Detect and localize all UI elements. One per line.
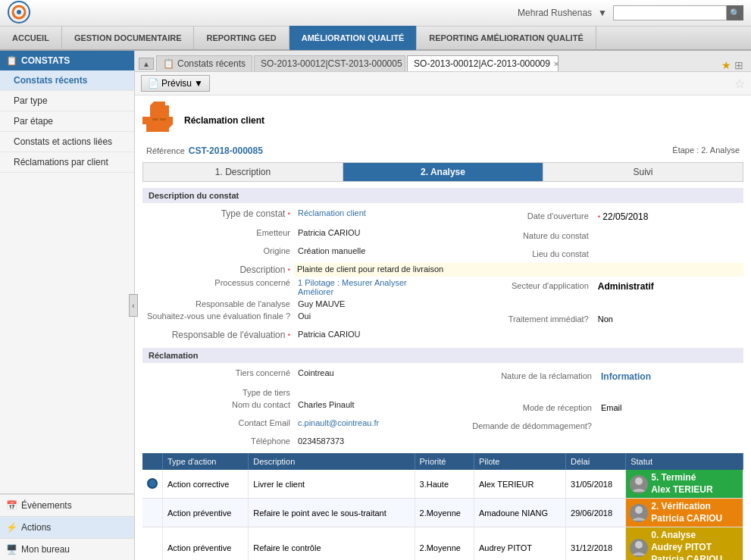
- etape-label: Étape : 2. Analyse: [672, 145, 740, 156]
- sidebar-bottom-actions[interactable]: ⚡ Actions: [0, 516, 134, 538]
- action-pilote: Audrey PITOT: [474, 527, 565, 560]
- table-row[interactable]: Action préventiveRefaire le point avec l…: [142, 499, 743, 527]
- nav-item-accueil[interactable]: ACCUEIL: [0, 26, 62, 50]
- tab-so-cst[interactable]: SO-2013-00012|CST-2013-000005 ✕: [254, 55, 405, 71]
- evenements-icon: 📅: [6, 500, 17, 511]
- main-layout: 📋 CONSTATS Constats récents Par type Par…: [0, 51, 751, 560]
- sidebar-bottom: 📅 Évènements ⚡ Actions 🖥️ Mon bureau: [0, 493, 134, 560]
- content-area: ▲ 📋 Constats récents SO-2013-00012|CST-2…: [135, 51, 751, 560]
- favorite-star-icon[interactable]: ★: [721, 59, 731, 71]
- sidebar-bottom-mon-bureau[interactable]: 🖥️ Mon bureau: [0, 538, 134, 560]
- action-type: Action préventive: [163, 527, 249, 560]
- type-tiers-label: Type de tiers: [142, 386, 294, 399]
- svg-point-7: [635, 541, 643, 549]
- mon-bureau-icon: 🖥️: [6, 544, 17, 555]
- form-row-emetteur: Emetteur Patricia CARIOU Nature du const…: [142, 227, 743, 245]
- action-type: Action corrective: [163, 470, 249, 499]
- row-indicator-icon: [147, 478, 158, 489]
- type-constat-label: Type de constat *: [142, 207, 294, 227]
- sidebar-collapse-arrow[interactable]: ‹: [129, 294, 138, 317]
- processus-value: 1 Pilotage : Mesurer Analyser Améliorer: [294, 277, 443, 298]
- page-title-area: Réclamation client: [142, 102, 743, 139]
- nav-item-amelioration[interactable]: AMÉLIORATION QUALITÉ: [289, 26, 417, 50]
- form-row-origine: Origine Création manuelle Lieu du consta…: [142, 245, 743, 263]
- previsu-button[interactable]: 📄 Prévisu ▼: [141, 75, 210, 92]
- table-row[interactable]: Action correctiveLivrer le client3.Haute…: [142, 470, 743, 499]
- action-description: Refaire le point avec le sous-traitant: [249, 499, 415, 527]
- page-favorite-star[interactable]: ☆: [734, 77, 745, 91]
- tabs-row: ▲ 📋 Constats récents SO-2013-00012|CST-2…: [135, 51, 751, 72]
- sidebar-item-par-etape[interactable]: Par étape: [0, 111, 134, 132]
- table-row[interactable]: Action préventiveRefaire le contrôle2.Mo…: [142, 527, 743, 560]
- form-row-type-tiers: Type de tiers: [142, 386, 743, 399]
- evaluation-value: Oui: [294, 310, 443, 328]
- sub-tabs: 1. Description 2. Analyse Suivi: [142, 162, 743, 182]
- responsable-evaluation-label: Responsable de l'évaluation *: [142, 328, 294, 342]
- nav-item-reporting-aq[interactable]: REPORTING AMÉLIORATION QUALITÉ: [417, 26, 596, 50]
- previsu-dropdown-arrow: ▼: [194, 78, 203, 89]
- nom-contact-value: Charles Pinault: [294, 399, 449, 417]
- nav-item-gestion-doc[interactable]: GESTION DOCUMENTAIRE: [62, 26, 195, 50]
- nav-bar: ACCUEIL GESTION DOCUMENTAIRE REPORTING G…: [0, 27, 751, 51]
- action-statut: 5. Terminé Alex TERIEUR: [626, 470, 743, 499]
- avatar: [630, 504, 648, 522]
- origine-label: Origine: [142, 245, 294, 263]
- sub-tab-suivi[interactable]: Suivi: [543, 163, 743, 181]
- demande-dedom-value: [597, 420, 738, 432]
- form-row-evaluation: Souhaitez-vous une évaluation finale ? O…: [142, 310, 743, 328]
- reference-left: Référence CST-2018-000085: [146, 145, 263, 156]
- sidebar-header: 📋 CONSTATS: [0, 51, 134, 70]
- responsable-analyse-value: Guy MAUVE: [294, 298, 443, 310]
- actions-icon: ⚡: [6, 522, 17, 533]
- top-bar-right: Mehrad Rushenas ▼ 🔍: [518, 5, 743, 20]
- nature-constat-label: Nature du constat: [449, 230, 593, 242]
- form-row-description: Description * Plainte de client pour ret…: [142, 263, 743, 277]
- sidebar-item-constats-recents[interactable]: Constats récents: [0, 70, 134, 91]
- nav-item-reporting-ged[interactable]: REPORTING GED: [194, 26, 289, 50]
- emetteur-label: Emetteur: [142, 227, 294, 245]
- date-ouverture-value: * 22/05/2018: [594, 210, 738, 224]
- search-button[interactable]: 🔍: [727, 5, 743, 20]
- sidebar-item-reclamations-par-client[interactable]: Réclamations par client: [0, 152, 134, 173]
- tab-so-ac-close[interactable]: ✕: [553, 60, 559, 68]
- page-icon: [142, 102, 177, 139]
- search-bar: 🔍: [613, 5, 743, 20]
- date-ouverture-label: Date d'ouverture: [449, 210, 593, 224]
- col-delai: Délai: [566, 453, 626, 470]
- form-row-type-constat: Type de constat * Réclamation client Dat…: [142, 207, 743, 227]
- description-label: Description *: [142, 263, 294, 277]
- sub-tab-analyse[interactable]: 2. Analyse: [343, 163, 543, 181]
- scroll-up-button[interactable]: ▲: [139, 58, 154, 70]
- sidebar-item-constats-actions-liees[interactable]: Constats et actions liées: [0, 132, 134, 152]
- top-bar: Mehrad Rushenas ▼ 🔍: [0, 0, 751, 27]
- status-text: 5. Terminé Alex TERIEUR: [651, 472, 712, 496]
- sidebar-bottom-evenements[interactable]: 📅 Évènements: [0, 494, 134, 516]
- traitement-immediat-value: Non: [594, 313, 738, 325]
- user-dropdown-icon[interactable]: ▼: [598, 8, 607, 18]
- svg-point-5: [635, 477, 643, 485]
- sidebar-item-par-type[interactable]: Par type: [0, 91, 134, 111]
- grid-icon[interactable]: ⊞: [734, 59, 743, 71]
- row-indicator-cell: [142, 470, 163, 499]
- svg-point-2: [17, 10, 21, 14]
- svg-point-6: [635, 506, 643, 514]
- traitement-immediat-label: Traitement immédiat?: [449, 313, 593, 325]
- page-title: Réclamation client: [184, 115, 264, 126]
- col-priorite: Priorité: [415, 453, 474, 470]
- status-badge: 5. Terminé Alex TERIEUR: [626, 470, 743, 498]
- sidebar: 📋 CONSTATS Constats récents Par type Par…: [0, 51, 135, 560]
- action-pilote: Alex TERIEUR: [474, 470, 565, 499]
- reclamation-form-table: Tiers concerné Cointreau Nature de la ré…: [142, 367, 743, 447]
- sub-tab-description[interactable]: 1. Description: [143, 163, 343, 181]
- responsable-evaluation-value: Patricia CARIOU: [294, 328, 443, 342]
- row-indicator-cell: [142, 499, 163, 527]
- tab-constats-recents[interactable]: 📋 Constats récents: [156, 55, 252, 71]
- reference-label: Référence: [146, 146, 185, 155]
- reference-row: Référence CST-2018-000085 Étape : 2. Ana…: [142, 145, 743, 156]
- svg-rect-3: [152, 118, 158, 120]
- search-input[interactable]: [613, 5, 727, 20]
- user-name: Mehrad Rushenas: [518, 8, 592, 18]
- processus-label: Processus concerné: [142, 277, 294, 298]
- actions-table-header: Type d'action Description Priorité Pilot…: [142, 453, 743, 470]
- tab-so-ac[interactable]: SO-2013-00012|AC-2013-000009 ✕: [407, 55, 559, 71]
